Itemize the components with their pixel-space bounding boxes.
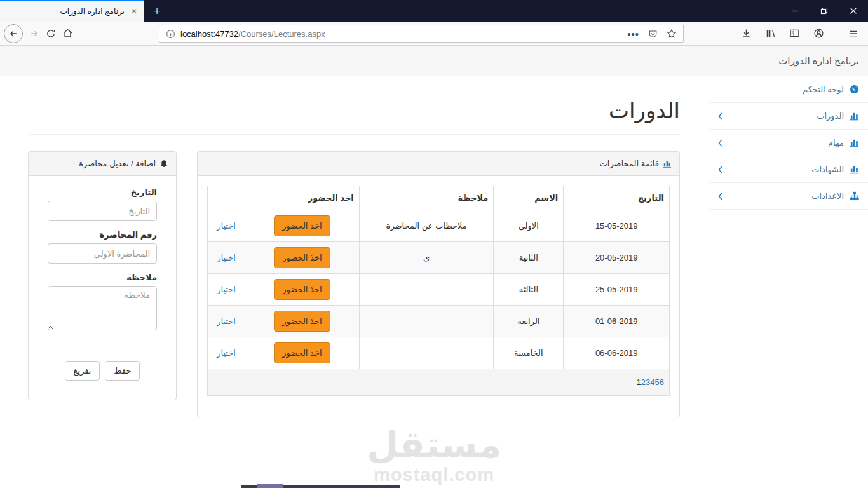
col-header-name: الاسم	[494, 186, 564, 210]
take-attendance-button[interactable]: اخذ الحضور	[274, 215, 330, 236]
cell-date: 15-05-2019	[564, 210, 670, 242]
sidebar-toggle-icon[interactable]	[785, 28, 804, 39]
lecture-form-panel: اضافة / تعديل محاضرة التاريخ رقم المحاضر…	[28, 151, 177, 400]
cell-name: الثانية	[494, 242, 564, 274]
lectures-list-panel: قائمة المحاضرات التاريخ الاسم ملاحظة اخذ…	[197, 151, 680, 417]
table-row: 25-05-2019 الثالثة اخذ الحضور اختيار	[208, 274, 670, 306]
new-tab-button[interactable]: +	[147, 2, 166, 21]
tab-title: برنامج ادارة الدورات	[60, 7, 125, 16]
take-attendance-button[interactable]: اخذ الحضور	[274, 279, 330, 300]
sidebar-item-courses[interactable]: الدورات	[709, 103, 868, 130]
app-brand: برنامج اداره الدورات	[709, 46, 868, 76]
pager-link[interactable]: 4	[650, 377, 654, 387]
choose-link[interactable]: اختيار	[217, 348, 236, 358]
pager-current-page: 1	[637, 377, 641, 387]
take-attendance-button[interactable]: اخذ الحضور	[274, 311, 330, 332]
choose-link[interactable]: اختيار	[217, 316, 236, 326]
url-bar[interactable]: localhost:47732/Courses/Lectures.aspx ••…	[159, 25, 684, 43]
site-info-icon[interactable]	[166, 29, 175, 39]
sidebar-item-settings[interactable]: الاعدادات	[709, 183, 868, 210]
cell-note: ملاحظات عن المحاضرة	[359, 210, 494, 242]
home-icon[interactable]	[62, 28, 73, 39]
col-header-select	[208, 186, 245, 210]
note-field[interactable]	[48, 286, 157, 330]
cell-date: 20-05-2019	[564, 242, 670, 274]
sidebar-item-label: الشهادات	[811, 165, 844, 174]
bell-icon	[159, 159, 168, 168]
sitemap-icon	[849, 191, 859, 201]
pager: 123456	[208, 369, 670, 396]
cell-note	[359, 274, 494, 306]
date-field[interactable]	[48, 201, 157, 221]
restore-icon[interactable]	[810, 0, 839, 22]
sidebar-item-label: مهام	[828, 138, 844, 147]
sidebar-item-label: الاعدادات	[811, 191, 844, 201]
cell-date: 01-06-2019	[564, 306, 670, 337]
form-panel-title: اضافة / تعديل محاضرة	[79, 159, 156, 168]
clear-button[interactable]: تفريغ	[65, 361, 100, 381]
cell-date: 25-05-2019	[564, 274, 670, 306]
choose-link[interactable]: اختيار	[217, 253, 236, 262]
pager-row: 123456	[208, 369, 670, 396]
minimize-icon[interactable]	[780, 0, 810, 22]
note-label: ملاحظة	[48, 273, 157, 282]
choose-link[interactable]: اختيار	[217, 285, 236, 294]
col-header-date: التاريخ	[564, 186, 670, 210]
cell-note: ي	[359, 242, 494, 274]
lectures-table: التاريخ الاسم ملاحظة اخذ الحضور 15-05-20…	[207, 186, 670, 396]
pager-link[interactable]: 6	[660, 377, 664, 387]
title-divider	[29, 134, 680, 135]
bar-chart-icon	[849, 111, 859, 121]
date-label: التاريخ	[48, 187, 157, 197]
menu-icon[interactable]	[844, 29, 863, 39]
pager-link[interactable]: 5	[655, 377, 660, 387]
take-attendance-button[interactable]: اخذ الحضور	[274, 247, 330, 268]
table-row: 20-05-2019 الثانية ي اخذ الحضور اختيار	[208, 242, 670, 274]
table-row: 06-06-2019 الخامسة اخذ الحضور اختيار	[208, 337, 670, 369]
sidebar-item-tasks[interactable]: مهام	[709, 130, 868, 156]
lecture-number-field[interactable]	[48, 243, 157, 264]
pocket-icon[interactable]	[648, 29, 658, 39]
chevron-left-icon	[718, 112, 723, 120]
bar-chart-icon	[849, 165, 859, 174]
take-attendance-button[interactable]: اخذ الحضور	[274, 342, 330, 363]
cell-name: الاولى	[494, 210, 564, 242]
bar-chart-icon	[849, 138, 859, 147]
list-panel-heading: قائمة المحاضرات	[198, 152, 679, 176]
chevron-left-icon	[718, 139, 723, 147]
table-header-row: التاريخ الاسم ملاحظة اخذ الحضور	[208, 186, 670, 210]
close-icon[interactable]	[839, 0, 868, 22]
page-title: الدورات	[609, 98, 680, 123]
col-header-attendance: اخذ الحضور	[245, 186, 360, 210]
sidebar-item-dashboard[interactable]: لوحة التحكم	[709, 76, 868, 103]
cell-name: الثالثة	[494, 274, 564, 306]
pager-link[interactable]: 2	[641, 377, 646, 387]
choose-link[interactable]: اختيار	[217, 221, 236, 231]
download-icon[interactable]	[736, 28, 756, 39]
sidebar-item-certificates[interactable]: الشهادات	[709, 156, 868, 183]
tab-close-icon[interactable]: ✕	[131, 8, 137, 15]
cell-note	[359, 306, 494, 337]
sidebar-menu: لوحة التحكم الدورات مهام	[709, 76, 868, 210]
table-row: 15-05-2019 الاولى ملاحظات عن المحاضرة اخ…	[208, 210, 670, 242]
cell-date: 06-06-2019	[564, 337, 670, 369]
col-header-note: ملاحظة	[359, 186, 494, 210]
forward-icon[interactable]	[29, 29, 39, 39]
refresh-icon[interactable]	[46, 29, 56, 39]
bookmark-star-icon[interactable]	[667, 29, 677, 39]
table-row: 01-06-2019 الرابعة اخذ الحضور اختيار	[208, 306, 670, 337]
sidebar-item-label: الدورات	[817, 111, 844, 121]
main-content: الدورات اضافة / تعديل محاضرة التاريخ رقم…	[0, 46, 709, 488]
cell-name: الرابعة	[494, 306, 564, 337]
account-icon[interactable]	[809, 28, 828, 39]
back-icon[interactable]	[4, 24, 23, 43]
chevron-left-icon	[718, 193, 723, 200]
page-actions-icon[interactable]: •••	[627, 29, 639, 39]
save-button[interactable]: حفظ	[105, 361, 140, 381]
url-text: localhost:47732/Courses/Lectures.aspx	[180, 29, 627, 39]
library-icon[interactable]	[761, 28, 780, 39]
bottom-edge-accent	[257, 484, 283, 488]
browser-titlebar: برنامج ادارة الدورات ✕ +	[0, 0, 868, 22]
browser-tab[interactable]: برنامج ادارة الدورات ✕	[0, 0, 144, 22]
list-panel-title: قائمة المحاضرات	[600, 159, 659, 168]
